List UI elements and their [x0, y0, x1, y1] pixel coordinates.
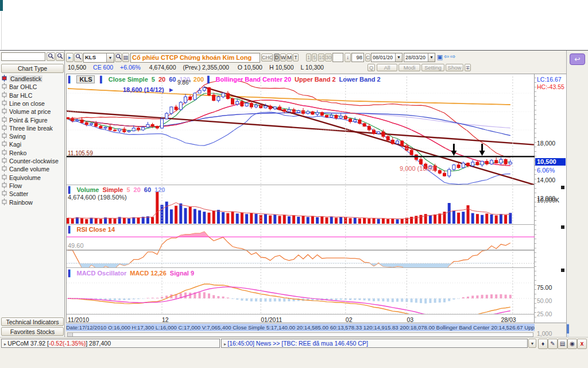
- macd-panel-collapse[interactable]: [561, 269, 564, 272]
- chart-type-list: CandlestickBar OHLCBar HLCLine on closeV…: [0, 75, 65, 247]
- candle-icon: [2, 83, 7, 91]
- date-from-picker[interactable]: 08/01/20 ▼: [371, 53, 403, 62]
- prev-arrow-icon[interactable]: ⇦: [444, 53, 450, 62]
- minute-button-30[interactable]: 30: [325, 53, 332, 62]
- period-button-d[interactable]: D: [274, 53, 280, 62]
- news-ticker-box[interactable]: ▸ [16:45:00] News >> [TBC: REE đã mua 14…: [221, 339, 528, 348]
- down-arrow-button[interactable]: ↓: [345, 53, 351, 62]
- compress-button[interactable]: C: [365, 53, 370, 62]
- chart-area[interactable]: ▍KLS ▍Close Simple52060120200▍Bollinger …: [66, 74, 535, 323]
- date-to-picker[interactable]: 28/03/20 ▼: [404, 53, 435, 62]
- blank-field[interactable]: [332, 53, 343, 62]
- scrollbar-thumb[interactable]: [567, 324, 569, 334]
- sidebar-item-three-line-break[interactable]: Three line break: [2, 124, 64, 132]
- session-volume: 4,674,600: [149, 64, 176, 71]
- sidebar-item-candle-volume[interactable]: Candle volume: [2, 165, 64, 173]
- period-button-t[interactable]: T: [293, 53, 299, 62]
- sidebar-item-swing[interactable]: Swing: [2, 132, 64, 140]
- sidebar-item-label: Candlestick: [9, 75, 42, 82]
- sidebar-item-rainbow[interactable]: Rainbow: [2, 198, 64, 206]
- macd-panel-legend: ▍MACD OscillatorMACD 12,26Signal 9: [68, 270, 201, 277]
- symbol-legend-tab[interactable]: KLS: [76, 75, 95, 83]
- play-button[interactable]: ▸: [66, 53, 74, 62]
- q-button[interactable]: Q: [368, 64, 375, 71]
- rsi-panel-collapse[interactable]: [561, 225, 564, 229]
- candle-icon: [2, 108, 7, 116]
- sidebar-item-equivolume[interactable]: Equivolume: [2, 174, 64, 182]
- hscroll-thumb[interactable]: [68, 333, 73, 336]
- high-price: H 10,500: [269, 64, 294, 71]
- quote-button-modi[interactable]: Modi: [399, 64, 420, 71]
- sidebar-item-candlestick[interactable]: Candlestick: [2, 75, 64, 83]
- candle-icon: [2, 140, 7, 148]
- chevron-down-icon[interactable]: ▼: [395, 53, 402, 62]
- symbol-search-button[interactable]: [74, 53, 83, 62]
- volume-panel-collapse[interactable]: [561, 186, 564, 189]
- sidebar-item-bar-ohlc[interactable]: Bar OHLC: [2, 83, 64, 91]
- chg-button[interactable]: CHG: [261, 53, 273, 62]
- sidebar-item-label: Flow: [9, 182, 22, 189]
- sidebar-item-flow[interactable]: Flow: [2, 182, 64, 190]
- quote-button-show[interactable]: Show: [446, 64, 463, 71]
- technical-indicators-button[interactable]: Technical Indicators: [1, 317, 64, 326]
- volume-value: 4,674,600 (198.50%): [68, 194, 127, 201]
- vertical-scrollbar[interactable]: [567, 323, 569, 337]
- sidebar-item-kagi[interactable]: Kagi: [2, 140, 64, 148]
- chevron-down-icon[interactable]: ▼: [106, 53, 114, 62]
- chart-doc-button[interactable]: ▤: [122, 53, 129, 62]
- legend-run: 60: [144, 186, 151, 193]
- ticker-change-negative: -0.52(-1.35%): [49, 340, 86, 347]
- alarm-icon[interactable]: ♦: [538, 339, 548, 349]
- chart-type-header[interactable]: Chart Type: [1, 64, 64, 73]
- volume-scale-label: 10,000K: [537, 197, 559, 204]
- minute-button-1[interactable]: 1: [306, 53, 311, 62]
- layout-toggle-button[interactable]: ↩: [570, 53, 585, 65]
- chevron-down-icon[interactable]: ▼: [428, 53, 435, 62]
- quote-button-setting[interactable]: Setting: [421, 64, 444, 71]
- pin-icon[interactable]: ∓: [465, 64, 471, 71]
- period-button-m[interactable]: M: [287, 53, 292, 62]
- sidebar-item-label: Scatter: [9, 190, 28, 197]
- legend-bar-icon: ▍: [68, 76, 73, 83]
- period-button-w[interactable]: W: [280, 53, 286, 62]
- minute-button-5[interactable]: 5: [312, 53, 317, 62]
- save-icon[interactable]: ▣: [436, 53, 443, 62]
- horizontal-scrollbar[interactable]: [67, 332, 533, 337]
- sidebar-search-button[interactable]: [47, 52, 55, 61]
- sidebar-item-line-on-close[interactable]: Line on close: [2, 99, 64, 108]
- favorites-stocks-button[interactable]: Favorites Stocks: [1, 327, 64, 336]
- sidebar-item-renko[interactable]: Renko: [2, 149, 64, 157]
- sidebar-item-label: Point & Figure: [9, 117, 48, 124]
- sidebar-item-point-figure[interactable]: Point & Figure: [2, 116, 64, 124]
- macd-scale-label: 1,000: [537, 330, 552, 337]
- bars-count-field[interactable]: 98: [351, 53, 364, 62]
- annotation-march-low: 9,000 (10/03): [400, 165, 437, 172]
- sidebar-item-bar-hlc[interactable]: Bar HLC: [2, 91, 64, 99]
- document-icon[interactable]: ▤: [558, 339, 567, 349]
- news-dropdown-button[interactable]: ▼: [528, 339, 536, 348]
- sidebar-item-label: Three line break: [9, 125, 53, 132]
- sidebar-item-scatter[interactable]: Scatter: [2, 190, 64, 198]
- legend-run: Bollinger Band Center 20: [216, 76, 291, 83]
- zoom-plus-button[interactable]: [115, 53, 122, 62]
- next-arrow-icon[interactable]: ⇨: [450, 53, 457, 62]
- legend-run: ▍: [68, 186, 73, 193]
- minute-button-10[interactable]: 10: [318, 53, 324, 62]
- candle-icon: [2, 198, 7, 206]
- sidebar-item-volume-at-price[interactable]: Volume at price: [2, 108, 64, 116]
- ticker-text: UPCoM 37.92 [: [7, 340, 49, 347]
- clock-icon[interactable]: ◉: [567, 339, 577, 349]
- edit-note-icon[interactable]: ✎: [548, 339, 558, 349]
- sidebar-search-add-button[interactable]: [56, 52, 64, 61]
- change-percent: +6.06%: [120, 64, 141, 71]
- symbol-combobox[interactable]: KLS ▼: [83, 53, 114, 63]
- close-news-icon[interactable]: x: [577, 339, 587, 349]
- quote-button-all[interactable]: All: [377, 64, 397, 71]
- ticker-text-2: ] 287,400: [86, 340, 111, 347]
- sidebar-search-input[interactable]: [1, 52, 45, 61]
- sidebar-item-counter-clockwise[interactable]: Counter-clockwise: [2, 157, 64, 165]
- candle-icon: [2, 149, 7, 157]
- y-axis-label: 18,000: [537, 140, 555, 147]
- index-ticker-box[interactable]: ▸ UPCoM 37.92 [-0.52(-1.35%)] 287,400: [1, 339, 220, 348]
- candle-icon: [2, 182, 7, 190]
